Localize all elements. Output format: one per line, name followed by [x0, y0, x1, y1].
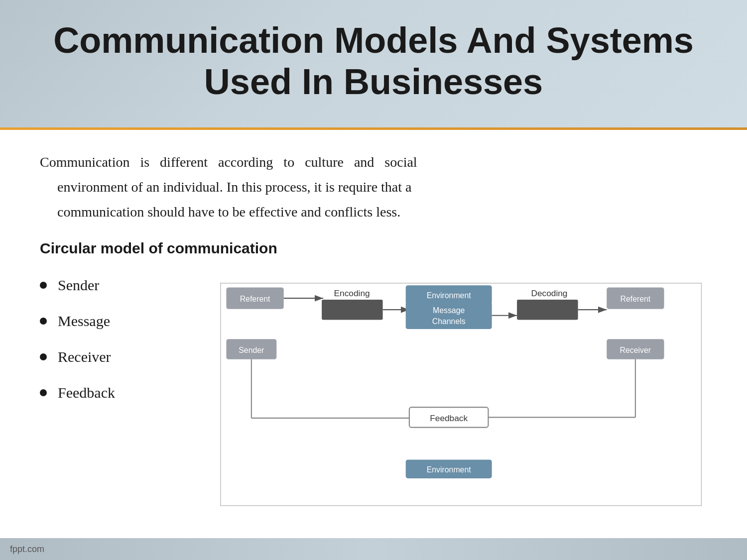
list-item: Receiver: [40, 348, 199, 365]
content-section: Communication is different according to …: [0, 130, 747, 277]
encoding-label: Encoding: [334, 288, 370, 298]
bullet-dot: [40, 353, 47, 360]
list-item: Message: [40, 313, 199, 330]
feedback-label: Feedback: [430, 413, 468, 423]
intro-paragraph: Communication is different according to …: [40, 150, 707, 225]
bullet-dot: [40, 389, 47, 396]
decoding-label: Decoding: [531, 288, 567, 298]
bullet-label: Feedback: [58, 384, 115, 401]
list-item: Feedback: [40, 384, 199, 401]
message-channels-label2: Channels: [432, 317, 466, 326]
page-title: Communication Models And Systems Used In…: [53, 20, 694, 103]
bullet-list: Sender Message Receiver Feedback: [40, 277, 199, 420]
list-item: Sender: [40, 277, 199, 294]
header-section: Communication Models And Systems Used In…: [0, 0, 747, 127]
decoding-block: [517, 300, 578, 320]
bullet-label: Message: [58, 313, 110, 330]
bullet-dot: [40, 318, 47, 325]
receiver-label: Receiver: [620, 345, 651, 354]
footer: fppt.com: [0, 538, 747, 560]
communication-diagram: Referent Encoding Environment Message Ch…: [219, 282, 707, 441]
bullet-dot: [40, 282, 47, 289]
bullet-label: Receiver: [58, 348, 111, 365]
referent-right-label: Referent: [620, 295, 650, 303]
title-line1: Communication Models And Systems: [53, 20, 694, 60]
content-lower: Sender Message Receiver Feedback: [0, 277, 747, 441]
circular-model-heading: Circular model of communication: [40, 240, 707, 257]
sender-label: Sender: [239, 345, 264, 354]
title-line2: Used In Businesses: [204, 62, 543, 102]
environment-bottom-label: Environment: [427, 465, 472, 474]
diagram-svg: Referent Encoding Environment Message Ch…: [219, 282, 707, 511]
referent-top-label: Referent: [240, 295, 270, 303]
message-channels-label1: Message: [433, 306, 465, 315]
footer-text: fppt.com: [10, 544, 44, 555]
bullet-label: Sender: [58, 277, 99, 294]
environment-top-label: Environment: [427, 291, 472, 300]
encoding-block: [322, 300, 382, 320]
